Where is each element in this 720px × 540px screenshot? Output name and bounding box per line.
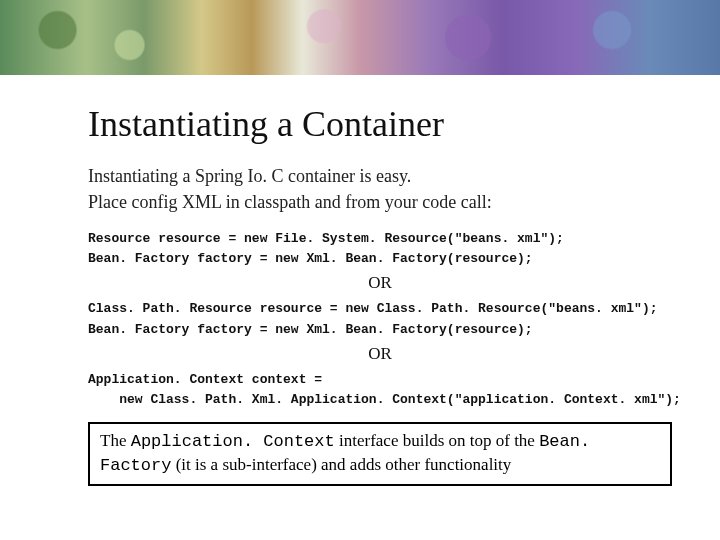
note-text: interface builds on top of the: [335, 431, 539, 450]
code-block-3: Application. Context context = new Class…: [88, 370, 672, 410]
or-separator-1: OR: [88, 273, 672, 293]
desc-line-1: Instantiating a Spring Io. C container i…: [88, 166, 411, 186]
note-text: (it is a sub-interface) and adds other f…: [171, 455, 511, 474]
code-line: new Class. Path. Xml. Application. Conte…: [88, 392, 681, 407]
desc-line-2: Place config XML in classpath and from y…: [88, 192, 492, 212]
code-line: Application. Context context =: [88, 372, 322, 387]
code-line: Resource resource = new File. System. Re…: [88, 231, 564, 246]
code-block-2: Class. Path. Resource resource = new Cla…: [88, 299, 672, 339]
slide-body: Instantiating a Container Instantiating …: [0, 75, 720, 540]
description: Instantiating a Spring Io. C container i…: [88, 163, 672, 215]
note-mono: Application. Context: [131, 432, 335, 451]
code-block-1: Resource resource = new File. System. Re…: [88, 229, 672, 269]
or-separator-2: OR: [88, 344, 672, 364]
note-box: The Application. Context interface build…: [88, 422, 672, 486]
code-line: Bean. Factory factory = new Xml. Bean. F…: [88, 251, 533, 266]
decorative-banner: [0, 0, 720, 75]
note-text: The: [100, 431, 131, 450]
code-line: Bean. Factory factory = new Xml. Bean. F…: [88, 322, 533, 337]
slide-title: Instantiating a Container: [88, 103, 672, 145]
code-line: Class. Path. Resource resource = new Cla…: [88, 301, 658, 316]
